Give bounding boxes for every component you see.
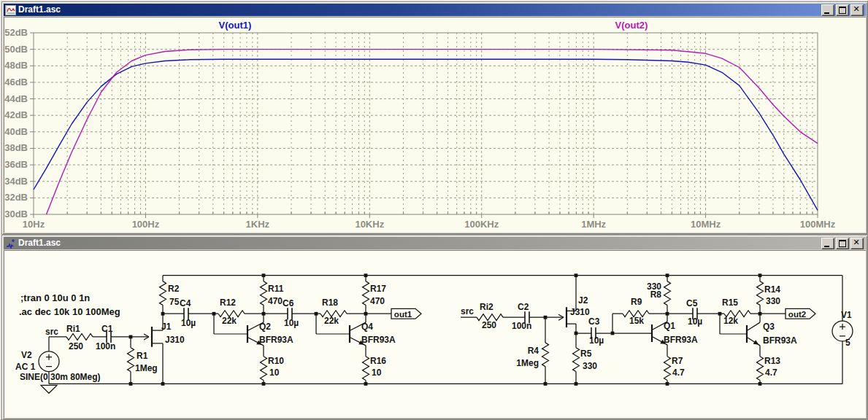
label-C3-value: 10µ — [589, 335, 604, 346]
label-Q2-name: Q2 — [259, 322, 271, 332]
x-axis-tick-label: 100Hz — [132, 219, 160, 230]
y-axis-tick-label: 40dB — [4, 126, 28, 137]
maximize-icon — [839, 240, 846, 247]
plot-window-title: Draft1.asc — [18, 4, 819, 16]
label-C6-name: C6 — [283, 298, 294, 308]
minimize-icon — [824, 246, 829, 247]
label-R9-value: 15k — [629, 316, 644, 326]
label-R2-name: R2 — [168, 284, 180, 295]
trace-vout1[interactable] — [34, 59, 818, 210]
label-R8-name: R8 — [650, 289, 662, 300]
schematic-minimize-button[interactable] — [821, 238, 834, 249]
label-R4-name: R4 — [528, 346, 539, 356]
x-axis-tick-label: 100KHz — [464, 219, 499, 230]
label-net-src-2: src — [461, 306, 474, 316]
y-axis-tick-label: 52dB — [4, 27, 28, 38]
label-V1-value: 5 — [845, 338, 850, 348]
schematic-canvas[interactable]: out1out2;tran 0 10u 0 1n.ac dec 10k 10 1… — [4, 250, 866, 418]
schematic-window-titlebar[interactable]: Draft1.asc ✕ — [4, 237, 866, 249]
label-R12-value: 22k — [222, 316, 237, 326]
label-Q2-model: BFR93A — [259, 335, 293, 345]
plot-close-button[interactable]: ✕ — [850, 4, 864, 16]
schematic-maximize-button[interactable] — [836, 238, 849, 249]
label-C1-name: C1 — [101, 324, 113, 334]
jfet-gate-arrows — [144, 314, 564, 340]
label-Ri2-value: 250 — [482, 320, 496, 330]
label-C6-value: 10µ — [284, 318, 299, 328]
label-R17-name: R17 — [370, 284, 386, 294]
label-Ri2-name: Ri2 — [480, 302, 493, 312]
minimize-icon — [824, 12, 829, 14]
y-axis-tick-label: 34dB — [4, 176, 28, 187]
label-J1-name: J1 — [161, 322, 172, 332]
label-R1-value: 1Meg — [135, 363, 158, 373]
label-V2-ac: AC 1 — [15, 362, 36, 372]
maximize-icon — [839, 7, 846, 14]
trace-label-1[interactable]: V(out1) — [219, 20, 252, 31]
label-C4-value: 10µ — [181, 318, 196, 328]
y-axis-tick-label: 32dB — [4, 192, 28, 203]
x-axis-tick-label: 1KHz — [246, 219, 270, 230]
plot-minimize-button[interactable] — [821, 4, 834, 16]
label-R12-name: R12 — [220, 298, 236, 308]
label-Ri1-value: 250 — [69, 341, 83, 351]
y-axis-tick-label: 30dB — [4, 209, 28, 219]
label-C2-value: 100n — [512, 321, 531, 331]
label-C3-name: C3 — [588, 316, 600, 327]
plot-client-area: 52dB50dB48dB46dB44dB42dB40dB38dB36dB34dB… — [4, 17, 866, 233]
label-net-src-1: src — [45, 327, 58, 337]
label-C5-name: C5 — [686, 298, 698, 308]
label-R14-name: R14 — [764, 285, 780, 295]
label-R9-name: R9 — [631, 297, 642, 307]
label-R10-value: 10 — [269, 368, 280, 378]
label-C1-value: 100n — [96, 341, 115, 351]
label-R4-value: 1Meg — [516, 358, 539, 368]
y-axis-tick-label: 50dB — [4, 44, 28, 55]
y-axis-tick-label: 46dB — [4, 77, 28, 88]
net-flag-out1[interactable]: out1 — [391, 308, 421, 319]
trace-label-2[interactable]: V(out2) — [615, 20, 648, 31]
x-axis-tick-label: 100MHz — [800, 219, 836, 230]
schematic-labels: ;tran 0 10u 0 1n.ac dec 10k 10 100Megsrc… — [15, 281, 852, 383]
label-V1-name: V1 — [841, 310, 852, 320]
label-R11-value: 470 — [268, 296, 283, 306]
label-R13-value: 4.7 — [765, 368, 777, 378]
label-J1-model: J310 — [165, 335, 185, 345]
close-icon: ✕ — [851, 5, 861, 14]
close-icon: ✕ — [851, 238, 861, 247]
label-Q4-name: Q4 — [361, 322, 373, 332]
y-axis-tick-label: 42dB — [4, 109, 28, 120]
label-R13-name: R13 — [764, 356, 780, 366]
label-Q4-model: BFR93A — [361, 335, 396, 345]
schematic-close-button[interactable]: ✕ — [850, 238, 864, 249]
net-flag-label: out2 — [788, 310, 806, 319]
plot-canvas[interactable]: 52dB50dB48dB46dB44dB42dB40dB38dB36dB34dB… — [4, 17, 866, 233]
plot-maximize-button[interactable] — [836, 4, 849, 16]
label-R1-name: R1 — [137, 351, 148, 361]
label-Ri1-name: Ri1 — [66, 324, 80, 334]
plot-window: Draft1.asc ✕ 52dB50dB48dB46dB44dB42dB40d… — [1, 1, 868, 235]
x-axis-tick-label: 10MHz — [691, 219, 721, 230]
schematic-window-title: Draft1.asc — [18, 237, 819, 249]
label-R7-name: R7 — [672, 356, 683, 366]
y-axis-tick-label: 48dB — [4, 60, 28, 71]
label-R2-value: 75 — [169, 297, 180, 307]
y-axis-tick-label: 36dB — [4, 159, 28, 170]
net-flag-label: out1 — [394, 310, 412, 319]
label-J2-name: J2 — [578, 295, 588, 306]
x-axis-tick-label: 10Hz — [23, 219, 45, 230]
y-axis-tick-label: 38dB — [4, 142, 28, 153]
label-R15-value: 12k — [723, 316, 738, 326]
label-R5-value: 330 — [583, 361, 597, 371]
label-R16-name: R16 — [370, 356, 386, 366]
label-directive-ac: .ac dec 10k 10 100Meg — [19, 306, 120, 317]
label-R14-value: 330 — [766, 296, 780, 306]
label-R15-name: R15 — [722, 298, 738, 308]
waveform-icon — [5, 5, 16, 15]
x-axis-tick-label: 10KHz — [355, 219, 384, 230]
label-Q1-name: Q1 — [664, 321, 675, 331]
label-R5-name: R5 — [580, 349, 592, 359]
net-flag-out2[interactable]: out2 — [786, 308, 815, 319]
label-C4-name: C4 — [180, 298, 191, 308]
plot-window-titlebar[interactable]: Draft1.asc ✕ — [4, 4, 866, 16]
